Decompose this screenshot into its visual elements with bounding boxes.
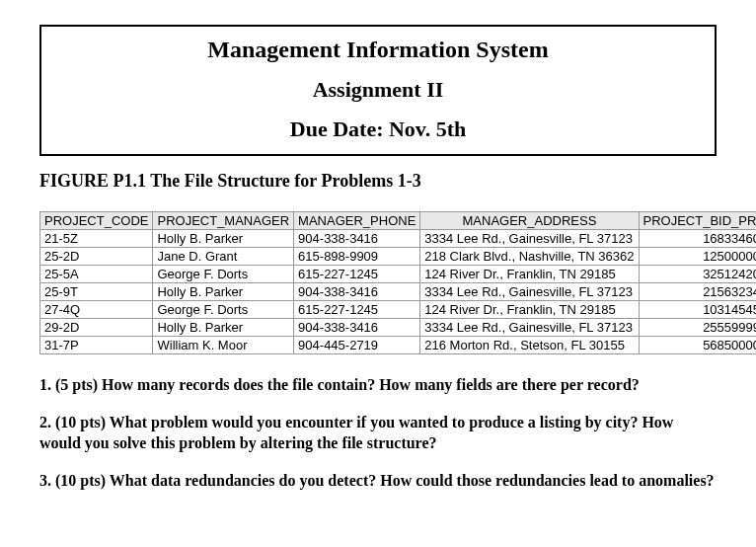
cell-project-code: 29-2D	[40, 319, 153, 337]
cell-manager-address: 124 River Dr., Franklin, TN 29185	[420, 301, 639, 319]
question-1: 1. (5 pts) How many records does the fil…	[39, 374, 717, 396]
cell-manager-address: 124 River Dr., Franklin, TN 29185	[420, 266, 639, 283]
table-row: 25-5AGeorge F. Dorts615-227-1245124 Rive…	[40, 266, 757, 283]
cell-project-code: 21-5Z	[40, 230, 153, 248]
cell-project-manager: Holly B. Parker	[153, 230, 294, 248]
question-3: 3. (10 pts) What data redundancies do yo…	[39, 470, 717, 492]
cell-manager-phone: 615-227-1245	[294, 301, 420, 319]
cell-bid-price: 16833460.00	[639, 230, 756, 248]
table-row: 25-2DJane D. Grant615-898-9909218 Clark …	[40, 248, 757, 266]
table-row: 27-4QGeorge F. Dorts615-227-1245124 Rive…	[40, 301, 757, 319]
cell-manager-phone: 615-898-9909	[294, 248, 420, 266]
table-header-row: PROJECT_CODE PROJECT_MANAGER MANAGER_PHO…	[40, 212, 757, 230]
cell-manager-address: 3334 Lee Rd., Gainesville, FL 37123	[420, 283, 639, 301]
due-date: Due Date: Nov. 5th	[41, 117, 715, 142]
cell-project-code: 25-5A	[40, 266, 153, 283]
cell-project-manager: George F. Dorts	[153, 266, 294, 283]
table-row: 21-5ZHolly B. Parker904-338-34163334 Lee…	[40, 230, 757, 248]
cell-project-code: 31-7P	[40, 337, 153, 354]
col-project-bid-price: PROJECT_BID_PRICE	[639, 212, 756, 230]
assignment-title: Assignment II	[41, 77, 715, 103]
col-manager-phone: MANAGER_PHONE	[294, 212, 420, 230]
col-project-manager: PROJECT_MANAGER	[153, 212, 294, 230]
col-manager-address: MANAGER_ADDRESS	[420, 212, 639, 230]
cell-project-manager: George F. Dorts	[153, 301, 294, 319]
cell-manager-address: 3334 Lee Rd., Gainesville, FL 37123	[420, 319, 639, 337]
cell-manager-phone: 904-338-3416	[294, 230, 420, 248]
cell-manager-address: 3334 Lee Rd., Gainesville, FL 37123	[420, 230, 639, 248]
cell-project-manager: Jane D. Grant	[153, 248, 294, 266]
cell-bid-price: 10314545.00	[639, 301, 756, 319]
table-row: 25-9THolly B. Parker904-338-34163334 Lee…	[40, 283, 757, 301]
table-row: 29-2DHolly B. Parker904-338-34163334 Lee…	[40, 319, 757, 337]
assignment-header: Management Information System Assignment…	[39, 25, 717, 156]
cell-project-code: 25-9T	[40, 283, 153, 301]
table-row: 31-7PWilliam K. Moor904-445-2719216 Mort…	[40, 337, 757, 354]
cell-bid-price: 21563234.00	[639, 283, 756, 301]
cell-manager-address: 218 Clark Blvd., Nashville, TN 36362	[420, 248, 639, 266]
cell-manager-phone: 904-445-2719	[294, 337, 420, 354]
course-title: Management Information System	[41, 37, 715, 63]
cell-manager-address: 216 Morton Rd., Stetson, FL 30155	[420, 337, 639, 354]
cell-project-code: 27-4Q	[40, 301, 153, 319]
file-structure-table: PROJECT_CODE PROJECT_MANAGER MANAGER_PHO…	[39, 211, 756, 354]
cell-manager-phone: 904-338-3416	[294, 319, 420, 337]
cell-manager-phone: 904-338-3416	[294, 283, 420, 301]
cell-bid-price: 12500000.00	[639, 248, 756, 266]
data-table-container: PROJECT_CODE PROJECT_MANAGER MANAGER_PHO…	[39, 211, 717, 354]
cell-project-manager: William K. Moor	[153, 337, 294, 354]
cell-project-code: 25-2D	[40, 248, 153, 266]
cell-manager-phone: 615-227-1245	[294, 266, 420, 283]
figure-caption: FIGURE P1.1 The File Structure for Probl…	[39, 171, 717, 192]
cell-project-manager: Holly B. Parker	[153, 283, 294, 301]
question-2: 2. (10 pts) What problem would you encou…	[39, 412, 717, 454]
cell-bid-price: 56850000.00	[639, 337, 756, 354]
cell-bid-price: 25559999.00	[639, 319, 756, 337]
cell-bid-price: 32512420.00	[639, 266, 756, 283]
col-project-code: PROJECT_CODE	[40, 212, 153, 230]
cell-project-manager: Holly B. Parker	[153, 319, 294, 337]
